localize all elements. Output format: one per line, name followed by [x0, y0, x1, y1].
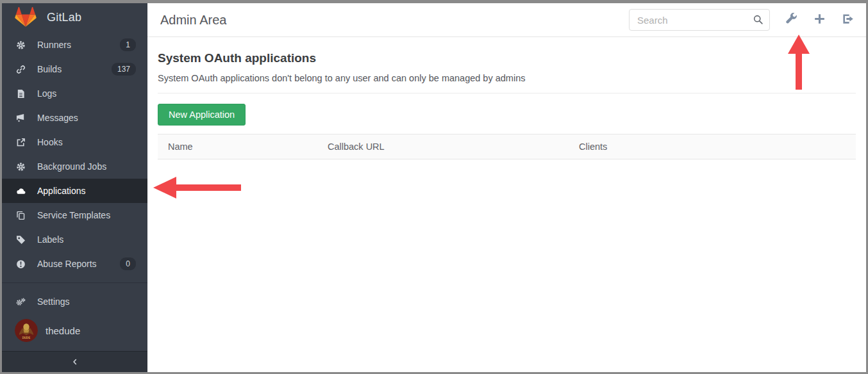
plus-icon: [814, 17, 826, 27]
sign-out-button[interactable]: [840, 13, 855, 27]
sidebar-item-label: Service Templates: [37, 210, 136, 220]
count-badge: 137: [112, 63, 136, 76]
sidebar-item-messages[interactable]: Messages: [2, 106, 147, 130]
tag-icon: [16, 234, 26, 245]
sidebar-item-label: Abuse Reports: [37, 259, 120, 269]
topbar: Admin Area: [147, 3, 866, 37]
sidebar-item-logs[interactable]: Logs: [2, 81, 147, 106]
new-application-button[interactable]: New Application: [158, 104, 246, 126]
count-badge: 0: [120, 257, 136, 270]
column-header-name: Name: [158, 142, 317, 152]
external-link-icon: [16, 137, 26, 147]
search-icon: [753, 14, 764, 25]
page-title: Admin Area: [160, 13, 629, 28]
sidebar-item-applications[interactable]: Applications: [2, 179, 147, 203]
sidebar-item-label: Messages: [37, 113, 136, 123]
chevron-left-icon: [71, 357, 79, 366]
app-window: GitLab Runners1Builds137LogsMessagesHook…: [0, 0, 868, 374]
gitlab-logo-icon: [15, 7, 37, 28]
sidebar-divider: [2, 282, 147, 283]
content: System OAuth applications System OAuth a…: [147, 37, 866, 159]
cog-icon: [16, 161, 26, 172]
oauth-applications-table: NameCallback URLClients: [158, 134, 856, 159]
sidebar-collapse-button[interactable]: [2, 351, 147, 372]
sidebar-item-settings[interactable]: Settings: [2, 289, 147, 314]
svg-text:DUDE: DUDE: [22, 336, 31, 339]
sidebar-item-abuse-reports[interactable]: Abuse Reports0: [2, 252, 147, 276]
search-input[interactable]: [629, 9, 770, 31]
username: thedude: [46, 325, 80, 336]
search-box: [629, 9, 770, 31]
sidebar-item-background-jobs[interactable]: Background Jobs: [2, 154, 147, 179]
count-badge: 1: [120, 38, 136, 51]
link-icon: [16, 64, 26, 74]
admin-wrench-button[interactable]: [784, 13, 798, 27]
sidebar: GitLab Runners1Builds137LogsMessagesHook…: [2, 3, 147, 372]
brand-name: GitLab: [47, 11, 81, 24]
sidebar-item-label: Runners: [37, 40, 120, 50]
sign-out-icon: [842, 17, 854, 27]
wrench-icon: [785, 17, 797, 27]
section-heading: System OAuth applications: [158, 51, 856, 65]
sidebar-user[interactable]: DUDE thedude: [2, 314, 147, 347]
sidebar-item-label: Logs: [37, 88, 136, 99]
column-header-clients: Clients: [569, 142, 856, 152]
sidebar-item-hooks[interactable]: Hooks: [2, 130, 147, 154]
column-header-callback-url: Callback URL: [317, 142, 569, 152]
sidebar-item-label: Hooks: [37, 137, 136, 147]
sidebar-header[interactable]: GitLab: [2, 3, 147, 31]
main-area: Admin Area System OAuth applications Sys…: [147, 3, 866, 372]
bullhorn-icon: [16, 113, 26, 123]
sidebar-item-label: Applications: [37, 186, 136, 196]
section-divider: [158, 93, 856, 94]
sidebar-item-runners[interactable]: Runners1: [2, 33, 147, 57]
file-icon: [16, 88, 26, 99]
exclamation-circle-icon: [16, 259, 26, 269]
copy-icon: [16, 210, 26, 220]
sidebar-item-label: Builds: [37, 64, 112, 74]
sidebar-item-service-templates[interactable]: Service Templates: [2, 203, 147, 227]
sidebar-item-label: Settings: [37, 297, 136, 307]
sidebar-item-label: Labels: [37, 234, 136, 245]
cogs-icon: [16, 297, 26, 307]
sidebar-nav: Runners1Builds137LogsMessagesHooksBackgr…: [2, 33, 147, 276]
cog-icon: [16, 40, 26, 50]
sidebar-item-builds[interactable]: Builds137: [2, 57, 147, 81]
new-button[interactable]: [812, 13, 826, 27]
sidebar-item-label: Background Jobs: [37, 161, 136, 172]
section-description: System OAuth applications don't belong t…: [158, 73, 856, 83]
sidebar-item-labels[interactable]: Labels: [2, 227, 147, 252]
cloud-icon: [16, 186, 26, 196]
user-avatar: DUDE: [15, 319, 38, 342]
topbar-actions: [770, 13, 855, 28]
table-header-row: NameCallback URLClients: [158, 134, 856, 159]
